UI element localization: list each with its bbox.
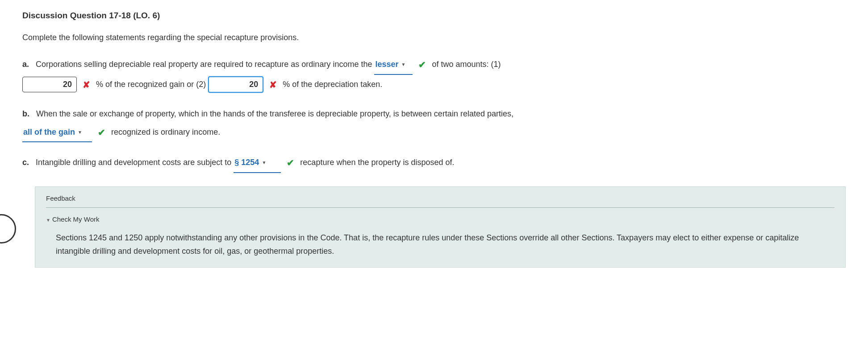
- chevron-down-icon: ▼: [401, 62, 406, 67]
- triangle-down-icon: ▼: [46, 218, 50, 223]
- text-a-2: of two amounts: (1): [432, 60, 501, 69]
- x-icon: ✘: [269, 80, 277, 90]
- dropdown-a-1-value: lesser: [375, 60, 398, 69]
- question-intro: Complete the following statements regard…: [22, 31, 846, 44]
- check-icon: ✔: [287, 158, 294, 168]
- text-c-1: Intangible drilling and development cost…: [36, 158, 231, 167]
- feedback-box: Feedback ▼Check My Work Sections 1245 an…: [35, 186, 846, 268]
- question-a: a. Corporations selling depreciable real…: [22, 55, 846, 94]
- label-a: a.: [22, 60, 29, 69]
- question-c: c. Intangible drilling and development c…: [22, 153, 846, 173]
- input-a-1[interactable]: 20: [22, 77, 77, 92]
- label-b: b.: [22, 109, 29, 118]
- label-c: c.: [22, 158, 29, 167]
- dropdown-c-1[interactable]: § 1254▼: [234, 154, 281, 173]
- feedback-text: Sections 1245 and 1250 apply notwithstan…: [56, 231, 835, 258]
- check-icon: ✔: [98, 128, 105, 137]
- text-b-1: When the sale or exchange of property, w…: [36, 109, 513, 118]
- input-a-2[interactable]: 20: [208, 76, 263, 93]
- check-my-work-toggle[interactable]: ▼Check My Work: [46, 214, 835, 225]
- side-nav-circle[interactable]: [0, 214, 16, 244]
- text-a-1: Corporations selling depreciable real pr…: [36, 60, 372, 69]
- text-a-4: % of the depreciation taken.: [283, 79, 382, 88]
- text-a-3: % of the recognized gain or (2): [96, 79, 206, 88]
- text-b-2: recognized is ordinary income.: [111, 128, 220, 136]
- text-c-2: recapture when the property is disposed …: [300, 158, 454, 167]
- dropdown-b-1-value: all of the gain: [23, 128, 75, 136]
- question-title: Discussion Question 17-18 (LO. 6): [22, 9, 846, 22]
- x-icon: ✘: [83, 80, 90, 90]
- feedback-title: Feedback: [46, 193, 835, 208]
- dropdown-b-1[interactable]: all of the gain▼: [22, 124, 92, 143]
- question-b: b. When the sale or exchange of property…: [22, 105, 846, 143]
- check-icon: ✔: [418, 60, 426, 70]
- dropdown-a-1[interactable]: lesser▼: [374, 56, 413, 75]
- chevron-down-icon: ▼: [78, 130, 82, 135]
- check-my-work-label: Check My Work: [52, 215, 100, 223]
- chevron-down-icon: ▼: [262, 160, 266, 165]
- dropdown-c-1-value: § 1254: [234, 158, 259, 167]
